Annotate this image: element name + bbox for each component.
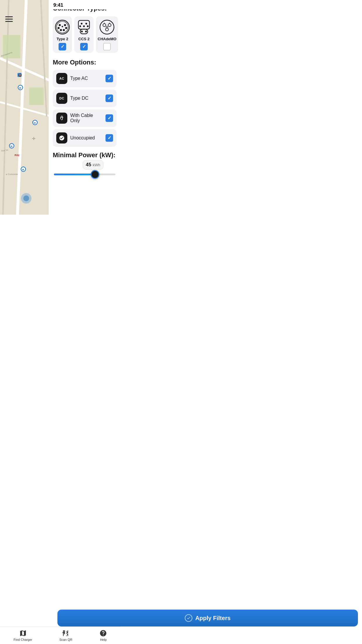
svg-point-44 (103, 24, 106, 27)
svg-text:a Concorde: a Concorde (6, 173, 18, 176)
checkbox-cable[interactable]: ✓ (106, 114, 113, 122)
power-section: Minimal Power (kW): 45 kWh (53, 151, 117, 175)
svg-point-28 (64, 24, 66, 26)
svg-text:🚇: 🚇 (18, 74, 22, 77)
option-badge-dc: DC (56, 93, 67, 104)
option-row-type-dc[interactable]: DC Type DC ✓ (53, 90, 117, 107)
main-panel: Connector Types: Type 2 (49, 0, 121, 215)
svg-text:M: M (10, 145, 13, 148)
option-label-unoccupied: Unoccupied (70, 135, 103, 141)
slider-value: 45 (86, 162, 91, 167)
checkbox-chademo[interactable] (103, 43, 111, 50)
svg-rect-34 (78, 20, 89, 29)
connector-section: Connector Types: Type 2 (53, 5, 117, 53)
more-options-title: More Options: (53, 59, 117, 66)
checkbox-ac[interactable]: ✓ (106, 75, 113, 82)
slider-fill (54, 174, 95, 175)
svg-point-29 (58, 27, 60, 29)
status-time: 9:41 (53, 2, 63, 8)
ccs2-icon (76, 19, 92, 35)
svg-text:M: M (22, 168, 24, 171)
checkmark-type2: ✓ (61, 44, 64, 49)
svg-point-33 (62, 26, 63, 27)
map-svg: Bd Haussma Rue Sa a Concorde M M M M 🚇 R… (0, 0, 52, 215)
svg-point-30 (65, 27, 67, 29)
svg-point-31 (60, 29, 62, 31)
option-label-dc: Type DC (70, 96, 103, 101)
svg-point-41 (81, 31, 83, 32)
svg-text:✛: ✛ (32, 136, 36, 141)
plug-icon (59, 115, 65, 121)
checkbox-type2[interactable]: ✓ (59, 43, 66, 50)
svg-point-43 (100, 20, 114, 34)
availability-icon (59, 135, 65, 141)
svg-text:M: M (34, 122, 36, 124)
slider-track[interactable] (54, 174, 115, 175)
svg-point-27 (59, 24, 61, 26)
checkbox-dc[interactable]: ✓ (106, 94, 113, 102)
option-badge-ac: AC (56, 73, 67, 84)
svg-point-45 (108, 24, 111, 27)
svg-point-42 (85, 31, 87, 32)
connector-card-chademo[interactable]: CHAdeMO (96, 16, 118, 53)
map-background: Bd Haussma Rue Sa a Concorde M M M M 🚇 R… (0, 0, 52, 215)
option-badge-dc-text: DC (59, 97, 64, 100)
svg-rect-7 (29, 88, 44, 105)
checkbox-unoccupied[interactable]: ✓ (106, 134, 113, 142)
connector-label-type2: Type 2 (57, 37, 68, 41)
type2-icon (55, 19, 70, 35)
connector-card-type2[interactable]: Type 2 ✓ (53, 16, 72, 53)
connector-label-chademo: CHAdeMO (98, 37, 116, 41)
svg-point-38 (83, 25, 85, 27)
option-row-cable-only[interactable]: With Cable Only ✓ (53, 109, 117, 127)
slider-container: 45 kWh (53, 174, 117, 175)
connector-label-ccs2: CCS 2 (78, 37, 89, 41)
option-label-cable: With Cable Only (70, 113, 103, 123)
option-row-unoccupied[interactable]: Unoccupied ✓ (53, 129, 117, 147)
hamburger-menu[interactable] (5, 16, 13, 22)
connector-card-ccs2[interactable]: CCS 2 ✓ (74, 16, 94, 53)
more-options-section: More Options: AC Type AC ✓ DC Type DC ✓ (53, 59, 117, 147)
svg-point-24 (23, 195, 29, 201)
power-section-title: Minimal Power (kW): (53, 151, 117, 159)
screen: Bd Haussma Rue Sa a Concorde M M M M 🚇 R… (0, 0, 121, 215)
svg-point-32 (63, 29, 65, 31)
checkmark-ccs2: ✓ (82, 44, 86, 49)
option-badge-unoccupied (56, 132, 67, 144)
checkbox-ccs2[interactable]: ✓ (80, 43, 88, 50)
svg-point-37 (79, 25, 81, 27)
svg-point-36 (85, 23, 87, 24)
status-bar: 9:41 (49, 0, 121, 9)
slider-unit: kWh (93, 163, 100, 167)
svg-point-46 (106, 28, 108, 31)
option-badge-ac-text: AC (59, 77, 64, 80)
slider-thumb[interactable] (91, 170, 99, 179)
svg-text:M: M (19, 87, 21, 89)
chademo-icon (99, 19, 115, 35)
svg-point-35 (81, 23, 82, 24)
svg-text:Ritz: Ritz (15, 154, 20, 157)
option-badge-cable (56, 113, 67, 124)
option-row-type-ac[interactable]: AC Type AC ✓ (53, 70, 117, 87)
slider-tooltip: 45 kWh (82, 160, 103, 169)
option-label-ac: Type AC (70, 76, 103, 81)
svg-point-39 (87, 25, 89, 27)
connector-row: Type 2 ✓ (53, 16, 117, 53)
